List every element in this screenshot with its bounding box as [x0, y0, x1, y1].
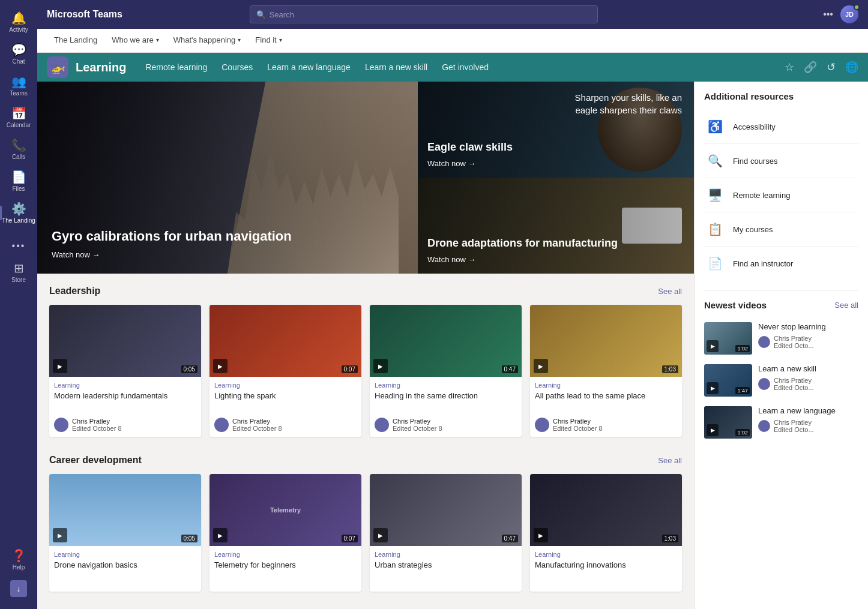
- hero-left-watch[interactable]: Watch now →: [52, 250, 292, 259]
- sidebar-item-calendar[interactable]: 📅 Calendar: [0, 101, 37, 133]
- leadership-title: Leadership: [49, 286, 100, 296]
- nav-link-learn-skill[interactable]: Learn a new skill: [365, 62, 427, 72]
- career-dur-2: 0:07: [342, 535, 358, 542]
- store-icon: ⊞: [14, 261, 24, 275]
- career-section: Career development See all ▶ 0:05 Learni…: [37, 443, 694, 604]
- career-see-all[interactable]: See all: [658, 456, 682, 465]
- nav-link-remote-learning[interactable]: Remote learning: [145, 62, 207, 72]
- career-info-3: Learning Urban strategies: [370, 546, 522, 592]
- sidebar-help[interactable]: ❓ Help: [10, 544, 27, 575]
- accessibility-icon: ♿: [704, 116, 726, 137]
- sidebar-item-teams[interactable]: 👥 Teams: [0, 70, 37, 101]
- secondary-nav: The Landing Who we are ▾ What's happenin…: [37, 29, 868, 53]
- career-video-3[interactable]: ▶ 0:47 Learning Urban strategies: [370, 474, 522, 592]
- career-video-title-3: Urban strategies: [375, 560, 517, 582]
- nav-link-learn-language[interactable]: Learn a new language: [267, 62, 351, 72]
- leadership-section: Leadership See all ▶ 0:05 Learning Mode: [37, 274, 694, 443]
- leadership-video-1[interactable]: ▶ 0:05 Learning Modern leadership fundam…: [49, 305, 201, 437]
- sidebar-item-landing[interactable]: ⚙️ The Landing: [0, 197, 37, 229]
- more-options-icon[interactable]: •••: [823, 9, 833, 20]
- career-tag-3[interactable]: Learning: [375, 551, 517, 558]
- sidebar-item-activity[interactable]: 🔔 Activity: [0, 6, 37, 38]
- resource-find-courses[interactable]: 🔍 Find courses: [704, 144, 858, 178]
- author-date-4: Edited October 8: [553, 425, 603, 432]
- newest-see-all[interactable]: See all: [834, 301, 858, 310]
- leadership-video-3[interactable]: ▶ 0:47 Learning Heading in the same dire…: [370, 305, 522, 437]
- hero-right-panels: Eagle claw skills Watch now → Sharpen yo…: [418, 82, 694, 274]
- video-tag-1[interactable]: Learning: [54, 382, 196, 389]
- files-icon: 📄: [11, 170, 26, 184]
- career-tag-1[interactable]: Learning: [54, 551, 196, 558]
- search-input[interactable]: [270, 10, 591, 19]
- video-title-2: Lighting the spark: [214, 391, 357, 413]
- sidebar-item-files-label: Files: [12, 185, 25, 192]
- sidebar-item-calls[interactable]: 📞 Calls: [0, 133, 37, 165]
- sidebar-item-chat-label: Chat: [12, 58, 25, 65]
- hero-top-right-panel[interactable]: Eagle claw skills Watch now → Sharpen yo…: [418, 82, 694, 178]
- leadership-video-4[interactable]: ▶ 1:03 Learning All paths lead to the sa…: [530, 305, 682, 437]
- video-tag-2[interactable]: Learning: [214, 382, 357, 389]
- newest-video-1[interactable]: ▶ 1:02 Never stop learning Chris Pratley…: [695, 317, 868, 359]
- newest-videos-title: Newest videos: [704, 300, 767, 310]
- sidebar-store-label: Store: [11, 277, 26, 283]
- content-sidebar: Additional resources ♿ Accessibility 🔍 F…: [694, 82, 868, 609]
- sidebar-download[interactable]: ↓: [10, 575, 27, 603]
- newest-author-row-2: Chris Pratley Edited Octo...: [758, 377, 858, 391]
- refresh-icon[interactable]: ↺: [827, 61, 836, 74]
- leadership-see-all[interactable]: See all: [658, 287, 682, 296]
- career-video-4[interactable]: ▶ 1:03 Learning Manufacturing innovation…: [530, 474, 682, 592]
- newest-video-3[interactable]: ▶ 1:02 Learn a new language Chris Pratle…: [695, 401, 868, 443]
- sec-nav-who-we-are[interactable]: Who we are ▾: [104, 29, 166, 52]
- find-instructor-icon: 📄: [704, 253, 726, 274]
- video-tag-4[interactable]: Learning: [535, 382, 677, 389]
- landing-icon: ⚙️: [11, 202, 26, 216]
- favorite-icon[interactable]: ☆: [785, 61, 794, 74]
- resource-find-instructor[interactable]: 📄 Find an instructor: [704, 247, 858, 280]
- author-avatar-1: [54, 418, 68, 432]
- sec-nav-whats-happening[interactable]: What's happening ▾: [166, 29, 249, 52]
- newest-dur-1: 1:02: [735, 345, 750, 352]
- my-courses-icon: 📋: [704, 218, 726, 240]
- career-video-1[interactable]: ▶ 0:05 Learning Drone navigation basics: [49, 474, 201, 592]
- newest-video-2[interactable]: ▶ 1:47 Learn a new skill Chris Pratley E…: [695, 359, 868, 401]
- my-courses-label: My courses: [733, 225, 773, 234]
- leadership-video-2[interactable]: ▶ 0:07 Learning Lighting the spark Chris…: [209, 305, 361, 437]
- nav-link-get-involved[interactable]: Get involved: [442, 62, 489, 72]
- sidebar-store[interactable]: ⊞ Store: [0, 256, 37, 288]
- sec-nav-find-it[interactable]: Find it ▾: [248, 29, 289, 52]
- career-thumb-2: Telemetry ▶ 0:07: [209, 474, 361, 546]
- user-avatar[interactable]: JD: [840, 5, 858, 23]
- newest-thumb-3: ▶ 1:02: [704, 406, 752, 439]
- globe-icon[interactable]: 🌐: [845, 61, 858, 74]
- resource-my-courses[interactable]: 📋 My courses: [704, 212, 858, 247]
- newest-author-1: Chris Pratley Edited Octo...: [774, 335, 814, 349]
- video-title-3: Heading in the same direction: [375, 391, 517, 413]
- sidebar-more[interactable]: •••: [0, 236, 37, 256]
- hero-tr-watch[interactable]: Watch now →: [427, 159, 513, 168]
- nav-link-courses[interactable]: Courses: [222, 62, 253, 72]
- sidebar-item-chat[interactable]: 💬 Chat: [0, 38, 37, 70]
- career-tag-2[interactable]: Learning: [214, 551, 357, 558]
- career-play-2: ▶: [213, 528, 228, 542]
- resource-accessibility[interactable]: ♿ Accessibility: [704, 110, 858, 144]
- hero-left-title: Gyro calibrations for urban navigation: [52, 228, 292, 245]
- sec-nav-landing[interactable]: The Landing: [47, 29, 104, 52]
- career-video-title-1: Drone navigation basics: [54, 560, 196, 582]
- video-tag-3[interactable]: Learning: [375, 382, 517, 389]
- author-info-3: Chris Pratley Edited October 8: [393, 418, 442, 432]
- sidebar-item-files[interactable]: 📄 Files: [0, 165, 37, 197]
- author-date-2: Edited October 8: [232, 425, 282, 432]
- learning-title: Learning: [76, 61, 126, 74]
- hero-left-panel[interactable]: Gyro calibrations for urban navigation W…: [37, 82, 418, 274]
- career-dur-3: 0:47: [502, 535, 518, 542]
- career-tag-4[interactable]: Learning: [535, 551, 677, 558]
- career-thumb-1: ▶ 0:05: [49, 474, 201, 546]
- play-button-2: ▶: [213, 359, 228, 373]
- sidebar-help-label: Help: [13, 564, 25, 571]
- resource-remote-learning[interactable]: 🖥️ Remote learning: [704, 178, 858, 212]
- career-video-2[interactable]: Telemetry ▶ 0:07 Learning Telemetry for …: [209, 474, 361, 592]
- hero-bottom-right-panel[interactable]: Drone adaptations for manufacturing Watc…: [418, 178, 694, 274]
- link-icon[interactable]: 🔗: [804, 61, 817, 74]
- hero-br-watch[interactable]: Watch now →: [427, 255, 618, 264]
- hero-left-content: Gyro calibrations for urban navigation W…: [52, 228, 292, 259]
